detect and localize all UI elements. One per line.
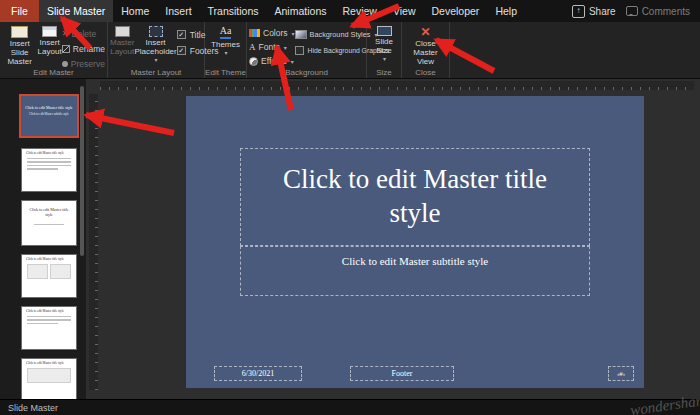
thumbnail-title-text: Click to edit Master title style [26, 310, 72, 314]
tab-transitions[interactable]: Transitions [200, 0, 267, 22]
thumbnail-subtitle-text: Click to edit Master subtitle style [21, 112, 77, 116]
view-mode-label: Slide Master [0, 403, 58, 413]
rename-icon [62, 45, 70, 53]
slide-canvas[interactable]: Click to edit Master title style Click t… [186, 96, 644, 388]
ribbon-tab-bar: File Slide Master Home Insert Transition… [0, 0, 700, 22]
tab-view[interactable]: View [385, 0, 424, 22]
slide-thumbnail-6[interactable]: Click to edit Master title style [21, 358, 77, 402]
master-layout-button[interactable]: Master Layout [110, 24, 134, 56]
close-master-view-label: Close Master View [404, 39, 447, 67]
vertical-ruler [89, 94, 98, 390]
thumbnail-content-lines [27, 158, 71, 170]
share-label: Share [589, 6, 616, 17]
fonts-icon: A [249, 43, 256, 52]
themes-button[interactable]: Aa Themes ▾ [211, 24, 240, 57]
powerpoint-window: File Slide Master Home Insert Transition… [0, 0, 700, 415]
slide-thumbnail-1[interactable]: Click to edit Master title style Click t… [19, 94, 79, 138]
titlebar-right: ↑ Share Comments [572, 0, 700, 22]
insert-slide-master-label: Insert Slide Master [2, 39, 37, 67]
tab-home[interactable]: Home [113, 0, 157, 22]
group-background: Colors ▾ A Fonts ▾ Effects ▾ Background [247, 22, 367, 78]
edit-theme-group-label: Edit Theme [205, 68, 246, 77]
thumbnail-scrollbar[interactable] [80, 86, 84, 256]
master-layout-label: Master Layout [110, 38, 134, 56]
insert-layout-button[interactable]: Insert Layout [37, 24, 62, 56]
slide-number-placeholder[interactable]: ‹#› [608, 366, 634, 381]
title-checkbox-box: ✓ [177, 30, 186, 39]
insert-placeholder-button[interactable]: Insert Placeholder ▾ [134, 24, 176, 64]
thumbnail-content-lines [27, 316, 71, 325]
thumbnail-title-text: Click to edit Master title style [26, 152, 72, 156]
rename-button[interactable]: Rename [62, 43, 105, 55]
master-layout-icon [115, 26, 130, 37]
slide-thumbnail-2[interactable]: Click to edit Master title style [21, 148, 77, 192]
edit-master-small-buttons: ✕ Delete Rename Preserve [62, 24, 105, 70]
edit-master-group-label: Edit Master [0, 68, 107, 77]
tab-developer[interactable]: Developer [424, 0, 488, 22]
insert-slide-master-button[interactable]: Insert Slide Master [2, 24, 37, 67]
tab-slide-master[interactable]: Slide Master [39, 0, 113, 22]
themes-icon: Aa [220, 26, 232, 39]
slide-size-caret-icon: ▾ [383, 56, 386, 63]
rename-label: Rename [73, 44, 105, 54]
share-icon: ↑ [572, 5, 585, 18]
date-text: 6/30/2021 [242, 369, 274, 378]
slide-size-button[interactable]: Slide Size ▾ [369, 24, 399, 63]
group-edit-master: Insert Slide Master Insert Layout ✕ Dele… [0, 22, 108, 78]
thumbnail-title-text: Click to edit Master title style [26, 208, 72, 218]
share-button[interactable]: ↑ Share [572, 5, 616, 18]
horizontal-ruler [100, 81, 694, 90]
thumbnail-content-boxes [27, 264, 71, 279]
ribbon-spacer [450, 22, 700, 78]
insert-layout-label: Insert Layout [37, 38, 62, 56]
effects-caret-icon: ▾ [291, 58, 294, 65]
title-checkbox-label: Title [190, 30, 206, 40]
slide-size-icon [377, 26, 392, 36]
fonts-caret-icon: ▾ [284, 44, 287, 51]
footer-text: Footer [392, 369, 413, 378]
footers-checkbox-box: ✓ [177, 46, 186, 55]
colors-icon [249, 29, 260, 37]
slide-thumbnail-4[interactable]: Click to edit Master title style [21, 254, 77, 298]
colors-button[interactable]: Colors ▾ [249, 27, 295, 39]
master-title-text: Click to edit Master title style [241, 163, 589, 231]
tab-insert[interactable]: Insert [157, 0, 199, 22]
title-placeholder[interactable]: Click to edit Master title style [240, 148, 590, 246]
fonts-button[interactable]: A Fonts ▾ [249, 41, 295, 53]
tab-animations[interactable]: Animations [267, 0, 335, 22]
insert-placeholder-caret-icon: ▾ [155, 57, 158, 64]
date-placeholder[interactable]: 6/30/2021 [214, 366, 302, 381]
close-master-view-button[interactable]: ✕ Close Master View [404, 24, 447, 67]
group-size: Slide Size ▾ Size [367, 22, 402, 78]
slide-thumbnail-5[interactable]: Click to edit Master title style [21, 306, 77, 350]
thumbnail-title-text: Click to edit Master title style [25, 105, 73, 110]
subtitle-placeholder[interactable]: Click to edit Master subtitle style [240, 246, 590, 296]
group-close: ✕ Close Master View Close [402, 22, 450, 78]
hide-background-graphics-box [295, 46, 304, 55]
insert-slide-master-icon [11, 26, 28, 38]
insert-layout-icon [42, 26, 57, 37]
status-bar: Slide Master [0, 399, 700, 415]
comments-button[interactable]: Comments [626, 6, 690, 17]
delete-button[interactable]: ✕ Delete [62, 28, 105, 40]
tab-help[interactable]: Help [487, 0, 525, 22]
close-master-view-icon: ✕ [420, 26, 430, 38]
tab-file[interactable]: File [0, 0, 39, 22]
footer-placeholder[interactable]: Footer [350, 366, 454, 381]
effects-icon [249, 57, 258, 66]
editing-canvas: Click to edit Master title style Click t… [86, 78, 700, 400]
thumbnail-title-text: Click to edit Master title style [26, 362, 72, 366]
fonts-label: Fonts [259, 42, 280, 52]
insert-placeholder-label: Insert Placeholder [134, 38, 176, 56]
group-master-layout: Master Layout Insert Placeholder ▾ ✓ Tit… [108, 22, 205, 78]
thumbnail-title-text: Click to edit Master title style [26, 258, 72, 262]
effects-label: Effects [261, 56, 287, 66]
tab-review[interactable]: Review [334, 0, 384, 22]
group-edit-theme: Aa Themes ▾ Edit Theme [205, 22, 247, 78]
slide-thumbnail-3[interactable]: Click to edit Master title style [21, 200, 77, 246]
effects-button[interactable]: Effects ▾ [249, 55, 295, 67]
slide-thumbnail-panel: Click to edit Master title style Click t… [0, 78, 86, 400]
comments-label: Comments [642, 6, 690, 17]
background-left-column: Colors ▾ A Fonts ▾ Effects ▾ [249, 24, 295, 67]
background-group-label: Background [247, 68, 366, 77]
